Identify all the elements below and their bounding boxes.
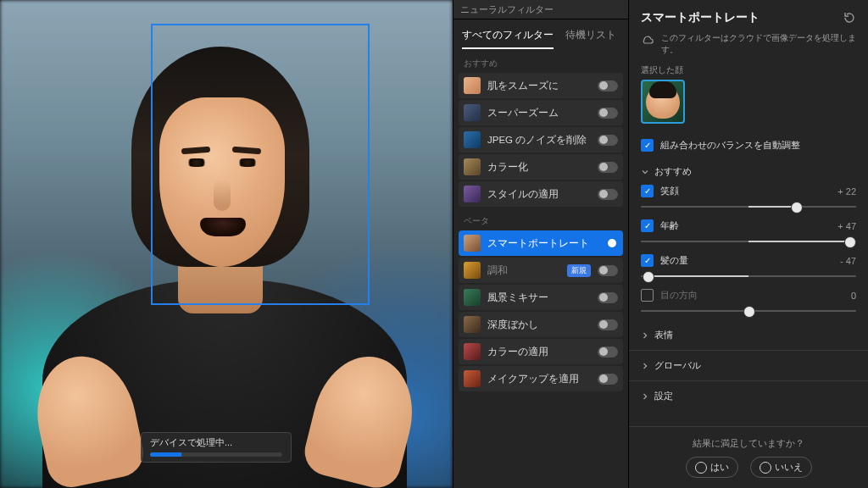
filter-toggle[interactable] — [598, 135, 618, 146]
auto-balance-label: 組み合わせのバランスを自動調整 — [660, 139, 800, 152]
auto-balance-checkbox[interactable] — [641, 139, 654, 152]
slider-value: + 47 — [837, 221, 856, 231]
filter-makeup-apply[interactable]: メイクアップを適用 — [459, 366, 623, 391]
filter-landscape-mix[interactable]: 風景ミキサー — [459, 285, 623, 310]
chevron-right-icon — [641, 362, 649, 370]
face-detection-rect[interactable] — [151, 24, 370, 305]
filter-color-apply[interactable]: カラーの適用 — [459, 339, 623, 364]
section-recommended: おすすめ — [453, 49, 628, 73]
filter-label: スタイルの適用 — [487, 188, 591, 201]
smile-icon — [695, 462, 707, 474]
filter-thumb — [464, 131, 481, 148]
filter-toggle[interactable] — [598, 80, 618, 92]
section-settings[interactable]: 設定 — [629, 380, 868, 411]
filter-label: カラーの適用 — [487, 346, 591, 358]
slider-label: 目の方向 — [660, 289, 851, 302]
filter-toggle[interactable] — [598, 374, 618, 385]
selected-face-label: 選択した顔 — [629, 64, 868, 80]
filter-thumb — [464, 186, 481, 202]
slider-age: 年齢+ 47 — [629, 216, 868, 251]
slider-smile: 笑顔+ 22 — [629, 181, 868, 216]
filter-label: 深度ぼかし — [487, 319, 591, 331]
tab-all-filters[interactable]: すべてのフィルター — [462, 28, 554, 49]
auto-balance-row[interactable]: 組み合わせのバランスを自動調整 — [629, 132, 868, 158]
section-recommended-sliders[interactable]: おすすめ — [629, 158, 868, 181]
filter-skin-smooth[interactable]: 肌をスムーズに — [459, 73, 623, 98]
neural-filters-panel: ニューラルフィルター すべてのフィルター 待機リスト おすすめ 肌をスムーズにス… — [453, 0, 628, 488]
slider-knob[interactable] — [743, 306, 755, 318]
slider-track[interactable] — [641, 234, 856, 249]
filter-label: 肌をスムーズに — [487, 80, 591, 92]
slider-label: 髪の量 — [660, 254, 840, 267]
slider-value: - 47 — [840, 256, 856, 266]
selected-face-thumb[interactable] — [641, 80, 685, 124]
cloud-note-text: このフィルターはクラウドで画像データを処理します。 — [661, 32, 856, 56]
satisfaction-no-button[interactable]: いいえ — [750, 457, 812, 478]
document-canvas[interactable]: デバイスで処理中... — [0, 0, 453, 488]
frown-icon — [760, 462, 771, 474]
slider-hair: 髪の量- 47 — [629, 251, 868, 286]
filter-harmonize[interactable]: 調和新規 — [459, 258, 623, 283]
slider-value: + 22 — [837, 186, 856, 197]
satisfaction-question: 結果に満足していますか？ — [641, 437, 856, 450]
filter-list-beta: スマートポートレート調和新規風景ミキサー深度ぼかしカラーの適用メイクアップを適用 — [453, 230, 628, 391]
processing-progress — [150, 452, 282, 457]
filter-toggle[interactable] — [598, 162, 618, 173]
filter-thumb — [464, 316, 481, 333]
slider-checkbox[interactable] — [641, 289, 654, 302]
filter-toggle[interactable] — [598, 347, 618, 358]
slider-track[interactable] — [641, 269, 856, 284]
filter-toggle[interactable] — [598, 189, 618, 200]
filter-label: カラー化 — [487, 161, 591, 174]
slider-checkbox[interactable] — [641, 219, 654, 232]
filter-thumb — [464, 158, 481, 175]
filter-thumb — [464, 262, 481, 279]
filter-super-zoom[interactable]: スーパーズーム — [459, 100, 623, 125]
slider-knob[interactable] — [791, 202, 803, 214]
slider-eye-dir: 目の方向0 — [629, 286, 868, 320]
filter-thumb — [464, 235, 481, 252]
reset-icon[interactable] — [843, 11, 856, 25]
chevron-right-icon — [641, 392, 649, 401]
filter-toggle[interactable] — [598, 265, 618, 276]
chevron-right-icon — [641, 331, 649, 340]
slider-knob[interactable] — [643, 271, 654, 283]
tab-waitlist[interactable]: 待機リスト — [565, 28, 616, 49]
filter-thumb — [464, 370, 481, 387]
filter-thumb — [464, 104, 481, 121]
slider-track[interactable] — [641, 199, 856, 214]
props-title: スマートポートレート — [641, 10, 843, 25]
filter-list-recommended: 肌をスムーズにスーパーズームJPEG のノイズを削除カラー化スタイルの適用 — [453, 73, 628, 207]
filter-label: メイクアップを適用 — [487, 373, 591, 385]
satisfaction-prompt: 結果に満足していますか？ はい いいえ — [629, 426, 868, 488]
slider-value: 0 — [851, 291, 856, 301]
filter-depth-blur[interactable]: 深度ぼかし — [459, 312, 623, 337]
filter-jpeg-denoise[interactable]: JPEG のノイズを削除 — [459, 127, 623, 152]
filter-thumb — [464, 77, 481, 94]
slider-label: 年齢 — [660, 219, 837, 232]
cloud-icon — [641, 33, 654, 47]
filter-style-apply[interactable]: スタイルの適用 — [459, 181, 623, 207]
satisfaction-yes-button[interactable]: はい — [686, 457, 738, 478]
filter-colorize[interactable]: カラー化 — [459, 154, 623, 180]
slider-knob[interactable] — [844, 236, 856, 248]
slider-track[interactable] — [641, 303, 856, 319]
filter-toggle[interactable] — [598, 108, 618, 119]
filter-toggle[interactable] — [598, 319, 618, 330]
filter-smart-portrait[interactable]: スマートポートレート — [459, 230, 623, 256]
filter-label: スマートポートレート — [487, 237, 591, 250]
new-badge: 新規 — [567, 264, 591, 277]
filter-label: 風景ミキサー — [487, 291, 591, 304]
filter-toggle[interactable] — [598, 292, 618, 303]
section-expression[interactable]: 表情 — [629, 320, 868, 350]
processing-toast: デバイスで処理中... — [141, 432, 292, 463]
filter-label: スーパーズーム — [487, 107, 591, 119]
slider-checkbox[interactable] — [641, 254, 654, 267]
filter-thumb — [464, 343, 481, 360]
slider-label: 笑顔 — [660, 185, 837, 197]
chevron-down-icon — [641, 168, 649, 176]
section-global[interactable]: グローバル — [629, 350, 868, 380]
slider-checkbox[interactable] — [641, 185, 654, 197]
filter-label: JPEG のノイズを削除 — [487, 134, 591, 147]
filter-toggle[interactable] — [598, 238, 618, 249]
